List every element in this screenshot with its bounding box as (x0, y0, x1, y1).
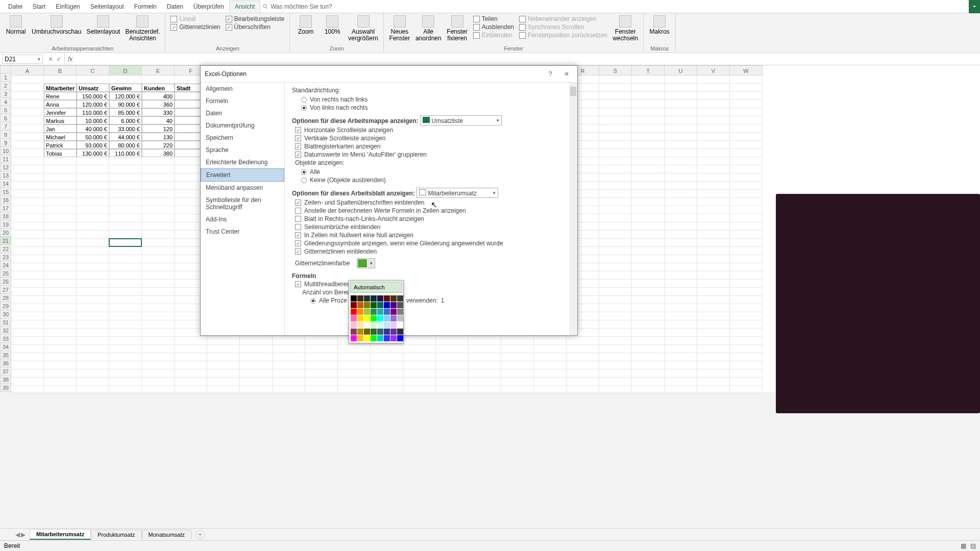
color-swatch[interactable] (384, 302, 390, 308)
col-header-T[interactable]: T (632, 65, 665, 76)
col-header-D[interactable]: D (109, 65, 142, 76)
cell[interactable] (403, 353, 436, 361)
cell[interactable] (697, 361, 730, 369)
cell[interactable] (142, 369, 175, 378)
cell[interactable] (142, 157, 175, 165)
cell[interactable] (44, 386, 77, 394)
cell[interactable] (44, 76, 77, 84)
cell[interactable] (44, 214, 77, 222)
cell[interactable] (142, 263, 175, 271)
ribbon-collapse-icon[interactable] (969, 0, 980, 13)
cell[interactable] (730, 84, 763, 92)
cell[interactable] (730, 296, 763, 304)
cell[interactable] (632, 288, 665, 296)
cell[interactable] (436, 345, 469, 353)
color-swatch[interactable] (377, 295, 383, 302)
cell[interactable] (305, 337, 338, 345)
cell[interactable] (44, 329, 77, 337)
cell[interactable] (534, 369, 567, 378)
tab-insert[interactable]: Einfügen (51, 1, 85, 12)
row-header-5[interactable]: 5 (0, 106, 11, 114)
dialog-help-button[interactable]: ? (544, 69, 557, 79)
color-swatch[interactable] (390, 329, 397, 335)
chk-gridlines[interactable]: ✓Gitternetzlinien (170, 23, 220, 31)
cell[interactable] (730, 222, 763, 231)
cell[interactable] (730, 165, 763, 173)
sheet-nav-next[interactable]: ▶ (21, 531, 26, 538)
color-swatch[interactable] (377, 329, 383, 335)
col-header-S[interactable]: S (599, 65, 632, 76)
cell[interactable] (77, 329, 109, 337)
cell[interactable] (371, 369, 403, 378)
cell[interactable] (697, 271, 730, 280)
row-header-29[interactable]: 29 (0, 302, 11, 310)
cell[interactable] (77, 271, 109, 280)
cell[interactable] (142, 198, 175, 206)
cell[interactable] (599, 353, 632, 361)
cell[interactable] (44, 369, 77, 378)
cell[interactable] (142, 296, 175, 304)
cell[interactable] (142, 271, 175, 280)
cell[interactable] (501, 386, 534, 394)
cell[interactable] (730, 141, 763, 149)
cell[interactable] (599, 206, 632, 214)
cell[interactable] (44, 173, 77, 182)
cell[interactable] (599, 345, 632, 353)
cell[interactable] (469, 345, 501, 353)
cell[interactable] (77, 190, 109, 198)
cell[interactable] (240, 345, 273, 353)
cell[interactable] (77, 255, 109, 263)
tab-pagelayout[interactable]: Seitenlayout (85, 1, 129, 12)
cell[interactable] (109, 296, 142, 304)
cell[interactable] (109, 182, 142, 190)
cell[interactable] (109, 263, 142, 271)
cell[interactable] (44, 361, 77, 369)
cell[interactable] (599, 280, 632, 288)
row-header-28[interactable]: 28 (0, 294, 11, 302)
cell[interactable] (599, 173, 632, 182)
cell[interactable] (11, 378, 44, 386)
color-swatch[interactable] (397, 329, 403, 335)
cell[interactable] (11, 271, 44, 280)
cell[interactable] (77, 312, 109, 320)
cell[interactable] (175, 361, 207, 369)
color-swatch[interactable] (377, 335, 383, 341)
cell[interactable] (665, 206, 697, 214)
cell[interactable] (142, 304, 175, 312)
workbook-dropdown[interactable]: Umsatzliste▾ (420, 115, 502, 126)
cell[interactable] (665, 320, 697, 329)
cell[interactable] (240, 386, 273, 394)
cell[interactable] (77, 361, 109, 369)
cell[interactable] (632, 247, 665, 255)
chk-option[interactable]: ✓Horizontale Scrollleiste anzeigen (295, 127, 570, 134)
cell[interactable] (207, 361, 240, 369)
cell[interactable] (697, 231, 730, 239)
cell[interactable] (11, 337, 44, 345)
color-swatch[interactable] (397, 302, 403, 308)
cell[interactable] (697, 222, 730, 231)
cell[interactable]: 330 (142, 108, 175, 116)
cell[interactable] (77, 263, 109, 271)
color-swatch[interactable] (357, 302, 363, 308)
cell[interactable] (599, 320, 632, 329)
cell[interactable] (665, 231, 697, 239)
cell[interactable] (665, 329, 697, 337)
cell[interactable] (142, 312, 175, 320)
cell[interactable] (11, 353, 44, 361)
cell[interactable] (305, 353, 338, 361)
cell[interactable] (697, 320, 730, 329)
view-normal-icon[interactable]: ▦ (961, 542, 966, 549)
cell[interactable] (501, 378, 534, 386)
row-header-39[interactable]: 39 (0, 384, 11, 392)
cell[interactable] (730, 198, 763, 206)
row-header-37[interactable]: 37 (0, 367, 11, 375)
cell[interactable] (77, 296, 109, 304)
cell[interactable] (730, 329, 763, 337)
cell[interactable]: Michael (44, 133, 77, 141)
cell[interactable] (665, 378, 697, 386)
row-header-30[interactable]: 30 (0, 310, 11, 318)
cell[interactable] (469, 361, 501, 369)
cell[interactable] (142, 239, 175, 247)
cell[interactable] (665, 353, 697, 361)
cell[interactable] (273, 337, 305, 345)
